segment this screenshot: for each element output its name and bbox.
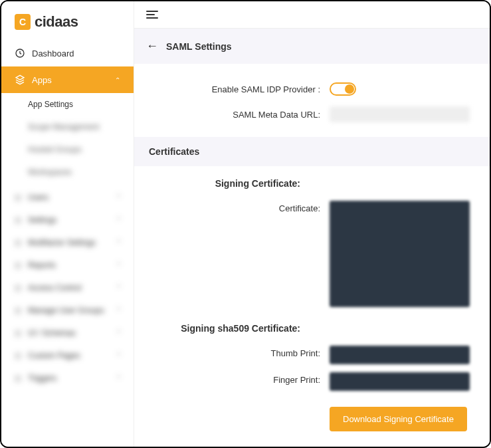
sidebar: cidaas Dashboard Apps ⌃ App Settings Sco… (1, 1, 134, 447)
metadata-url-field[interactable] (330, 106, 470, 122)
page-header: ← SAML Settings (134, 29, 490, 64)
main-content: ← SAML Settings Enable SAML IDP Provider… (134, 1, 490, 447)
brand-name: cidaas (35, 13, 78, 31)
sidebar-subitem-app-settings[interactable]: App Settings (15, 93, 134, 116)
apps-icon (15, 74, 25, 85)
sidebar-label: Apps (32, 75, 52, 85)
sidebar-subitem-blurred[interactable]: Workspaces (15, 161, 134, 183)
sidebar-label: Dashboard (32, 49, 74, 58)
sidebar-item-blurred[interactable]: ◻Access Control˅ (1, 277, 134, 299)
sidebar-item-blurred[interactable]: ◻Custom Pages˅ (1, 344, 134, 367)
certificate-textarea[interactable] (330, 201, 470, 307)
metadata-url-label: SAML Meta Data URL: (154, 110, 320, 120)
topbar (134, 1, 490, 29)
chevron-up-icon: ⌃ (115, 76, 120, 84)
sidebar-item-blurred[interactable]: ◻Settings˅ (1, 209, 134, 231)
thumbprint-label: Thumb Print: (154, 346, 320, 358)
brand-icon (15, 14, 31, 30)
enable-saml-label: Enable SAML IDP Provider : (154, 84, 320, 94)
toggle-knob (345, 84, 354, 94)
section-certificates: Certificates (134, 137, 490, 166)
sidebar-item-blurred[interactable]: ◻Multifactor Settings˅ (1, 231, 134, 254)
sidebar-item-apps[interactable]: Apps ⌃ (1, 66, 134, 93)
sidebar-item-blurred[interactable]: ◻Users˅ (1, 186, 134, 209)
signing-cert-header: Signing Certificate: (134, 178, 320, 197)
sidebar-subitem-blurred[interactable]: Scope Management (15, 116, 134, 138)
sidebar-subitem-blurred[interactable]: Hosted Groups (15, 138, 134, 161)
fingerprint-label: Finger Print: (154, 372, 320, 385)
page-title: SAML Settings (166, 41, 232, 52)
sidebar-item-blurred[interactable]: ◻Reports˅ (1, 254, 134, 277)
certificate-label: Certificate: (154, 201, 320, 213)
enable-saml-toggle[interactable] (330, 82, 356, 96)
sidebar-item-blurred[interactable]: ◻UI / Schemas˅ (1, 322, 134, 344)
back-arrow-icon[interactable]: ← (146, 39, 158, 53)
hamburger-icon[interactable] (146, 11, 158, 19)
sidebar-item-blurred[interactable]: ◻Triggers˅ (1, 367, 134, 390)
dashboard-icon (15, 48, 25, 58)
sha509-header: Signing sha509 Certificate: (134, 323, 320, 342)
sidebar-item-dashboard[interactable]: Dashboard (1, 40, 134, 66)
download-signing-cert-button[interactable]: Download Signing Certificate (330, 407, 467, 431)
sidebar-subnav: App Settings Scope Management Hosted Gro… (1, 93, 134, 183)
brand-logo: cidaas (1, 1, 134, 40)
thumbprint-field[interactable] (330, 346, 470, 364)
fingerprint-field[interactable] (330, 372, 470, 391)
sidebar-item-blurred[interactable]: ◻Manage User Groups˅ (1, 299, 134, 322)
